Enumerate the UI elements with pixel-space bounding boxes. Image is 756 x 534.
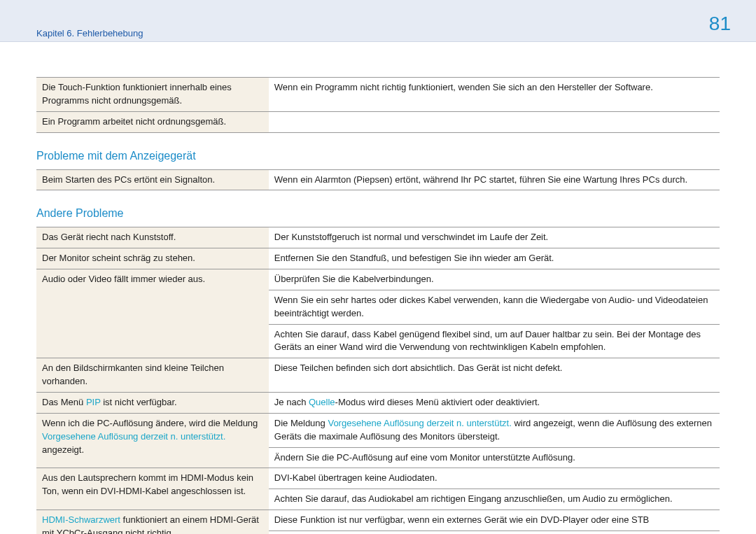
solution-cell: Wenn ein Alarmton (Piepsen) ertönt, währ…: [269, 169, 720, 190]
problem-cell: HDMI-Schwarzwert funktioniert an einem H…: [36, 510, 269, 534]
highlight-term: PIP: [86, 397, 101, 407]
page-content: Die Touch-Funktion funktioniert innerhal…: [0, 42, 756, 534]
troubleshoot-table-1: Die Touch-Funktion funktioniert innerhal…: [36, 77, 720, 133]
table-row: Ein Programm arbeitet nicht ordnungsgemä…: [36, 111, 720, 132]
table-row: Beim Starten des PCs ertönt ein Signalto…: [36, 169, 720, 190]
problem-cell: Wenn ich die PC-Auflösung ändere, wird d…: [36, 413, 269, 468]
page-header: Kapitel 6. Fehlerbehebung 81: [0, 0, 756, 42]
solution-cell: Der Kunststoffgeruch ist normal und vers…: [269, 227, 720, 248]
troubleshoot-table-3: Das Gerät riecht nach Kunststoff.Der Kun…: [36, 227, 720, 534]
chapter-label: Kapitel 6. Fehlerbehebung: [36, 0, 720, 38]
highlight-term: Vorgesehene Auflösung derzeit n. unterst…: [42, 431, 225, 442]
solution-cell: Wenn ein Programm nicht richtig funktion…: [269, 78, 720, 112]
solution-cell: Entfernen Sie den Standfuß, und befestig…: [269, 248, 720, 269]
solution-cell: [269, 111, 720, 132]
problem-cell: Aus den Lautsprechern kommt im HDMI-Modu…: [36, 468, 269, 510]
problem-cell: An den Bildschirmkanten sind kleine Teil…: [36, 358, 269, 393]
problem-cell: Der Monitor scheint schräg zu stehen.: [36, 248, 269, 269]
problem-cell: Ein Programm arbeitet nicht ordnungsgemä…: [36, 111, 269, 132]
solution-cell: Diese Funktion ist nur verfügbar, wenn e…: [269, 510, 720, 531]
highlight-term: Quelle: [309, 397, 335, 407]
solution-cell: Überprüfen Sie die Kabelverbindungen.: [269, 269, 720, 290]
solution-cell: über ein HDMI (RGB-Signal)-Kabel am Gerä…: [269, 531, 720, 534]
solution-cell: Achten Sie darauf, das Audiokabel am ric…: [269, 489, 720, 510]
table-row: Das Gerät riecht nach Kunststoff.Der Kun…: [36, 227, 720, 248]
highlight-term: Vorgesehene Auflösung derzeit n. unterst…: [328, 418, 511, 428]
table-row: An den Bildschirmkanten sind kleine Teil…: [36, 358, 720, 393]
solution-cell: Je nach Quelle-Modus wird dieses Menü ak…: [269, 392, 720, 413]
heading-other-problems: Andere Probleme: [36, 190, 720, 227]
table-row: Der Monitor scheint schräg zu stehen.Ent…: [36, 248, 720, 269]
solution-cell: Diese Teilchen befinden sich dort absich…: [269, 358, 720, 393]
problem-cell: Das Gerät riecht nach Kunststoff.: [36, 227, 269, 248]
table-row: Die Touch-Funktion funktioniert innerhal…: [36, 78, 720, 112]
troubleshoot-table-2: Beim Starten des PCs ertönt ein Signalto…: [36, 169, 720, 191]
table-row: Das Menü PIP ist nicht verfügbar.Je nach…: [36, 392, 720, 413]
table-row: Aus den Lautsprechern kommt im HDMI-Modu…: [36, 468, 720, 489]
solution-cell: Ändern Sie die PC-Auflösung auf eine vom…: [269, 447, 720, 468]
table-row: Wenn ich die PC-Auflösung ändere, wird d…: [36, 413, 720, 447]
problem-cell: Beim Starten des PCs ertönt ein Signalto…: [36, 169, 269, 190]
solution-cell: DVI-Kabel übertragen keine Audiodaten.: [269, 468, 720, 489]
solution-cell: Die Meldung Vorgesehene Auflösung derzei…: [269, 413, 720, 447]
problem-cell: Audio oder Video fällt immer wieder aus.: [36, 269, 269, 358]
heading-display-problems: Probleme mit dem Anzeigegerät: [36, 133, 720, 169]
problem-cell: Die Touch-Funktion funktioniert innerhal…: [36, 78, 269, 112]
problem-cell: Das Menü PIP ist nicht verfügbar.: [36, 392, 269, 413]
highlight-term: HDMI-Schwarzwert: [42, 514, 120, 525]
solution-cell: Achten Sie darauf, dass Kabel genügend f…: [269, 324, 720, 358]
table-row: Audio oder Video fällt immer wieder aus.…: [36, 269, 720, 290]
solution-cell: Wenn Sie ein sehr hartes oder dickes Kab…: [269, 290, 720, 324]
page-number: 81: [709, 13, 731, 35]
table-row: HDMI-Schwarzwert funktioniert an einem H…: [36, 510, 720, 531]
